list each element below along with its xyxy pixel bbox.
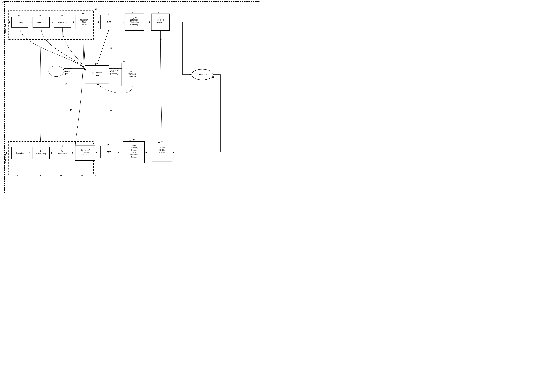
svg-text:43: 43 xyxy=(95,8,97,10)
svg-text:Windowing: Windowing xyxy=(130,21,139,23)
svg-text:Software: Software xyxy=(128,73,136,75)
svg-text:36: 36 xyxy=(81,174,83,177)
svg-text:42: 42 xyxy=(17,174,19,177)
svg-text:10: 10 xyxy=(2,1,4,4)
svg-text:Powerline: Powerline xyxy=(198,74,207,76)
svg-text:52: 52 xyxy=(160,39,162,41)
svg-text:34: 34 xyxy=(107,144,109,146)
svg-text:Location: Location xyxy=(65,73,72,75)
svg-text:Channel: Channel xyxy=(82,151,89,153)
svg-text:57: 57 xyxy=(110,110,112,112)
svg-text:FFT: FFT xyxy=(107,151,111,153)
svg-text:Pwr Qual: Pwr Qual xyxy=(65,67,72,69)
svg-text:Interleaving: Interleaving xyxy=(36,21,46,23)
svg-text:40: 40 xyxy=(39,174,41,177)
svg-text:De-: De- xyxy=(61,150,64,152)
svg-text:56: 56 xyxy=(47,92,49,95)
svg-text:Removal: Removal xyxy=(130,156,137,158)
svg-text:Modulation: Modulation xyxy=(58,153,67,155)
svg-text:& ADC: & ADC xyxy=(159,151,165,153)
svg-text:14: 14 xyxy=(95,63,97,65)
svg-text:32: 32 xyxy=(129,139,131,142)
svg-text:Decoding: Decoding xyxy=(16,152,24,154)
svg-text:PLC: PLC xyxy=(130,70,134,73)
svg-text:Data input: Data input xyxy=(4,23,6,33)
svg-text:Modulation: Modulation xyxy=(57,21,67,23)
svg-text:Coupler,: Coupler, xyxy=(159,147,165,149)
svg-text:54: 54 xyxy=(123,61,125,63)
svg-text:Demapper/: Demapper/ xyxy=(81,149,90,151)
svg-text:Insertion: Insertion xyxy=(80,23,87,26)
svg-text:Cyclic: Cyclic xyxy=(132,17,136,19)
svg-text:30: 30 xyxy=(158,141,160,143)
svg-text:16: 16 xyxy=(18,15,20,17)
svg-text:Corrections: Corrections xyxy=(80,153,90,156)
svg-text:DAC: DAC xyxy=(158,17,162,19)
svg-text:Timing and: Timing and xyxy=(130,145,138,146)
svg-text:Frequency: Frequency xyxy=(130,147,138,149)
svg-text:Extension: Extension xyxy=(130,19,138,21)
svg-text:Data input: Data input xyxy=(4,154,6,163)
svg-text:41: 41 xyxy=(95,174,97,177)
svg-text:12: 12 xyxy=(212,76,214,78)
svg-text:PLC/Protocol: PLC/Protocol xyxy=(111,67,122,69)
svg-text:PQ Analysis: PQ Analysis xyxy=(91,72,102,74)
svg-text:& Filtering: & Filtering xyxy=(130,23,138,26)
svg-text:Pilot: Pilot xyxy=(82,21,86,23)
svg-text:Mapping/: Mapping/ xyxy=(80,19,88,21)
svg-point-82 xyxy=(49,66,64,77)
svg-text:24: 24 xyxy=(107,13,109,15)
svg-text:26: 26 xyxy=(130,11,133,14)
svg-text:28: 28 xyxy=(157,11,159,14)
svg-text:38: 38 xyxy=(60,174,62,177)
svg-text:De-: De- xyxy=(40,150,42,152)
svg-text:Controller: Controller xyxy=(128,75,137,77)
svg-line-86 xyxy=(97,30,109,65)
svg-text:Logic: Logic xyxy=(95,74,99,76)
svg-text:Cyclic: Cyclic xyxy=(132,151,136,153)
svg-text:18: 18 xyxy=(39,15,41,17)
svg-text:55: 55 xyxy=(109,47,112,49)
svg-text:Topology: Topology xyxy=(111,73,118,75)
svg-text:Interleaving: Interleaving xyxy=(36,153,46,155)
svg-text:20: 20 xyxy=(61,15,63,17)
svg-text:Coding: Coding xyxy=(17,21,23,23)
diagram: Coding Interleaving Modulation Mapping/ … xyxy=(0,0,272,196)
svg-text:52: 52 xyxy=(70,109,72,111)
svg-text:RF Rx: RF Rx xyxy=(159,149,164,151)
svg-text:RF Tx &: RF Tx & xyxy=(157,19,164,21)
svg-text:Coupler: Coupler xyxy=(157,21,164,23)
svg-text:Alarms: Alarms xyxy=(65,70,70,72)
svg-text:Extension: Extension xyxy=(130,154,137,155)
svg-text:22: 22 xyxy=(82,13,84,15)
svg-text:56: 56 xyxy=(65,83,67,85)
svg-text:Sync &: Sync & xyxy=(131,149,137,151)
svg-text:50: 50 xyxy=(130,90,132,92)
svg-text:IFFT: IFFT xyxy=(107,21,111,23)
svg-text:PLC PHY: PLC PHY xyxy=(111,70,119,72)
